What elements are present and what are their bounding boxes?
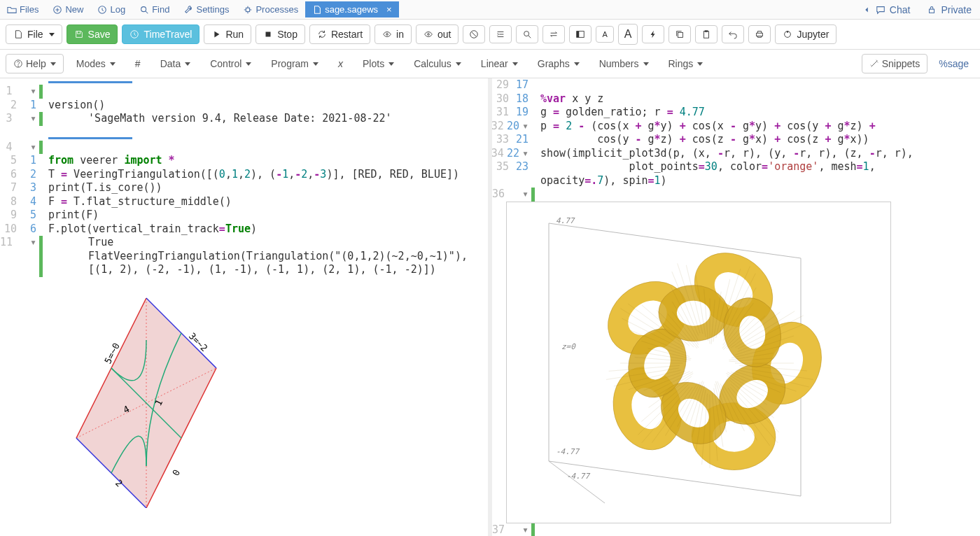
copy-icon (675, 29, 685, 39)
font-large-button[interactable]: A (618, 24, 638, 45)
paste-button[interactable] (695, 25, 718, 43)
svg-rect-13 (678, 32, 683, 37)
code-line[interactable]: 3119g = golden_ratio; r = 4.77 (492, 106, 980, 120)
magic-icon (869, 59, 879, 69)
svg-point-2 (141, 6, 146, 11)
code-line[interactable]: 21version() (0, 99, 488, 113)
save-button[interactable]: Save (66, 24, 118, 44)
code-line[interactable]: 4▾ (0, 141, 488, 155)
paste-icon (701, 29, 711, 39)
linear-menu[interactable]: Linear (474, 55, 525, 73)
code-line[interactable]: 3321 cos(y - g*z) + cos(z - g*x) + cos(z… (492, 133, 980, 147)
graphs-menu[interactable]: Graphs (531, 55, 587, 73)
tab-files[interactable]: Files (0, 1, 46, 17)
tab-settings[interactable]: Settings (176, 1, 236, 17)
code-line[interactable]: 36▾ (492, 188, 980, 202)
print-button[interactable] (748, 25, 771, 43)
question-icon (13, 59, 23, 69)
svg-rect-12 (577, 31, 580, 38)
eye-icon (382, 29, 392, 39)
svg-point-10 (524, 31, 529, 36)
code-line[interactable]: 1▾ (0, 85, 488, 99)
code-line[interactable]: 3018%var x y z (492, 92, 980, 106)
stop-button[interactable]: Stop (255, 24, 305, 44)
timetravel-button[interactable]: TimeTravel (122, 24, 200, 44)
layout-button[interactable] (569, 25, 592, 43)
code-line[interactable]: 11▾ True FlatVeeringTriangulation(Triang… (0, 236, 488, 277)
clear-button[interactable] (463, 25, 485, 43)
code-line[interactable]: 51from veerer import * (0, 154, 488, 168)
close-icon[interactable]: × (386, 4, 392, 15)
save-icon (74, 29, 84, 39)
help-menu[interactable]: Help (6, 54, 64, 73)
chat-icon (876, 5, 886, 15)
tab-processes[interactable]: Processes (236, 1, 305, 17)
indent-button[interactable] (489, 25, 512, 43)
plots-menu[interactable]: Plots (356, 55, 401, 73)
code-line[interactable]: 3422▾show(implicit_plot3d(p, (x, -r, r),… (492, 147, 980, 161)
restart-button[interactable]: Restart (309, 24, 370, 44)
code-line[interactable]: opacity=.7), spin=1) (492, 174, 980, 188)
svg-line-38 (549, 223, 801, 258)
wrench-icon (183, 5, 193, 15)
svg-rect-6 (266, 32, 271, 37)
jupyter-button[interactable]: Jupyter (775, 24, 836, 44)
tab-new[interactable]: New (46, 1, 90, 17)
code-line[interactable]: 3220▾p = 2 - (cos(x + g*y) + cos(x - g*y… (492, 120, 980, 134)
hash-button[interactable]: # (128, 55, 148, 73)
indent-icon (496, 29, 505, 39)
implicit-plot3d[interactable]: 4.77 z=0 -4.77 -4.77 (506, 202, 891, 523)
code-line[interactable]: 73print(T.is_core()) (0, 181, 488, 195)
font-small-button[interactable]: A (596, 26, 613, 43)
search-button[interactable] (516, 25, 538, 43)
control-menu[interactable]: Control (203, 55, 258, 73)
refresh-icon (317, 29, 327, 39)
in-button[interactable]: in (374, 24, 412, 44)
x-button[interactable]: x (331, 55, 350, 73)
snippets-button[interactable]: Snippets (862, 54, 927, 73)
bolt-icon (648, 29, 658, 39)
out-button[interactable]: out (416, 24, 458, 44)
sage-tag[interactable]: %sage (933, 55, 974, 73)
rings-menu[interactable]: Rings (662, 55, 710, 73)
file-icon (312, 5, 322, 15)
replace-button[interactable] (542, 25, 565, 43)
left-pane[interactable]: 1▾21version()3▾ 'SageMath version 9.4, R… (0, 78, 492, 536)
svg-point-8 (428, 34, 430, 36)
secondary-toolbar: Help Modes # Data Control Program x Plot… (0, 50, 980, 78)
svg-point-20 (18, 66, 19, 66)
code-line[interactable]: 106F.plot(vertical_train_track=True) (0, 223, 488, 237)
code-line[interactable]: 95print(F) (0, 209, 488, 223)
code-line[interactable]: 3523 plot_points=30, color='orange', mes… (492, 160, 980, 174)
calculus-menu[interactable]: Calculus (407, 55, 468, 73)
undo-button[interactable] (722, 25, 744, 43)
bolt-button[interactable] (642, 25, 664, 43)
data-menu[interactable]: Data (153, 55, 198, 73)
file-icon (13, 29, 23, 39)
jupyter-icon (783, 29, 792, 39)
copy-button[interactable] (668, 25, 691, 43)
tab-active-file[interactable]: sage.sagews× (305, 1, 398, 17)
microchip-icon (243, 5, 253, 15)
right-pane[interactable]: 29173018%var x y z3119g = golden_ratio; … (492, 78, 980, 536)
tab-find[interactable]: Find (132, 1, 176, 17)
chat-button[interactable]: Chat (853, 1, 919, 18)
code-line[interactable]: 3▾ 'SageMath version 9.4, Release Date: … (0, 112, 488, 126)
search-icon (522, 29, 532, 39)
ban-icon (469, 29, 479, 39)
code-line[interactable]: 2917 (492, 78, 980, 92)
search-icon (139, 5, 149, 15)
modes-menu[interactable]: Modes (69, 55, 122, 73)
svg-rect-4 (930, 9, 934, 13)
private-button[interactable]: Private (918, 1, 980, 18)
numbers-menu[interactable]: Numbers (592, 55, 656, 73)
tab-log[interactable]: Log (90, 1, 132, 17)
history-icon (130, 29, 139, 39)
code-line[interactable]: 62T = VeeringTriangulation([(0,1,2), (-1… (0, 168, 488, 182)
program-menu[interactable]: Program (264, 55, 326, 73)
history-icon (97, 5, 107, 15)
file-menu[interactable]: File (6, 24, 62, 44)
svg-point-7 (386, 34, 388, 36)
run-button[interactable]: Run (204, 24, 251, 44)
code-line[interactable]: 84F = T.flat_structure_middle() (0, 195, 488, 209)
